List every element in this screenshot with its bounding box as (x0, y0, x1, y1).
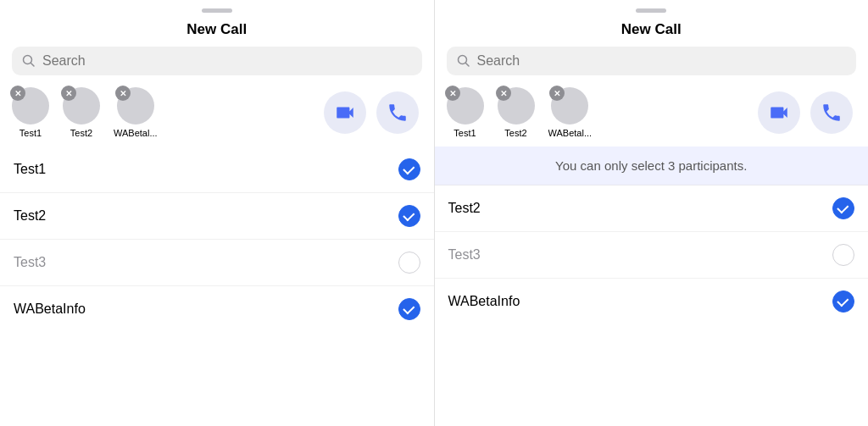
chip-avatar: ✕ (12, 87, 49, 124)
chip-avatar: ✕ (551, 87, 588, 124)
contact-name: Test1 (14, 162, 398, 177)
contact-name: Test2 (448, 201, 833, 216)
contact-chip[interactable]: ✕ Test1 (447, 87, 484, 138)
chip-remove-btn[interactable]: ✕ (496, 86, 511, 101)
chip-avatar: ✕ (63, 87, 100, 124)
audio-call-button[interactable] (376, 91, 419, 134)
selected-contacts-row: ✕ Test1 ✕ Test2 ✕ WABetal... (435, 84, 869, 145)
call-buttons-group (758, 91, 856, 134)
contact-name: WABetaInfo (448, 294, 833, 309)
panel-left: New Call ✕ Test1 ✕ Test2 ✕ WABetal... Te… (0, 0, 434, 426)
svg-line-3 (465, 64, 469, 67)
chip-label: Test2 (504, 128, 526, 138)
check-checked[interactable] (398, 298, 420, 320)
search-input[interactable] (42, 53, 412, 69)
chip-label: Test1 (19, 128, 42, 138)
video-icon (768, 102, 790, 124)
contact-list: Test1Test2Test3WABetaInfo (0, 147, 434, 426)
chip-label: WABetal... (548, 128, 593, 138)
contact-chip[interactable]: ✕ WABetal... (114, 87, 158, 138)
panel-title: New Call (435, 18, 869, 47)
check-checked[interactable] (398, 158, 420, 180)
contact-chip[interactable]: ✕ WABetal... (548, 87, 593, 138)
chip-remove-btn[interactable]: ✕ (549, 86, 565, 101)
drag-handle (636, 8, 666, 13)
contact-name: Test3 (14, 255, 398, 270)
contact-name: Test3 (448, 247, 833, 263)
panel-right: New Call ✕ Test1 ✕ Test2 ✕ WABetal... Yo… (434, 0, 869, 426)
chip-label: WABetal... (114, 128, 158, 138)
chip-remove-btn[interactable]: ✕ (445, 86, 460, 101)
panel-title: New Call (0, 18, 434, 47)
call-buttons-group (324, 91, 422, 134)
search-icon (457, 54, 470, 68)
chip-label: Test2 (70, 128, 92, 138)
chip-label: Test1 (453, 128, 476, 138)
contact-item[interactable]: Test1 (0, 147, 434, 193)
contact-name: WABetaInfo (14, 302, 398, 317)
contact-chip[interactable]: ✕ Test2 (63, 87, 100, 138)
search-input[interactable] (477, 53, 847, 69)
contact-item[interactable]: WABetaInfo (435, 279, 869, 324)
chip-remove-btn[interactable]: ✕ (61, 86, 76, 101)
drag-handle (202, 8, 232, 13)
contact-item[interactable]: Test3 (435, 232, 869, 279)
contact-item[interactable]: WABetaInfo (0, 286, 434, 332)
selected-contacts-row: ✕ Test1 ✕ Test2 ✕ WABetal... (0, 84, 434, 145)
audio-call-button[interactable] (810, 91, 853, 134)
phone-icon (821, 102, 843, 124)
contact-name: Test2 (14, 208, 398, 224)
contact-item[interactable]: Test3 (0, 240, 434, 286)
contact-item[interactable]: Test2 (0, 193, 434, 240)
search-icon (22, 54, 36, 68)
video-call-button[interactable] (324, 91, 366, 134)
check-unchecked[interactable] (832, 244, 854, 266)
limit-banner: You can only select 3 participants. (435, 147, 869, 185)
check-checked[interactable] (832, 290, 854, 313)
search-bar[interactable] (12, 47, 422, 75)
phone-icon (387, 102, 409, 124)
contact-item[interactable]: Test2 (435, 185, 869, 232)
search-bar[interactable] (447, 47, 857, 75)
check-checked[interactable] (832, 197, 854, 219)
check-unchecked[interactable] (398, 252, 420, 274)
video-icon (334, 102, 356, 124)
contact-chip[interactable]: ✕ Test1 (12, 87, 49, 138)
chip-remove-btn[interactable]: ✕ (10, 86, 25, 101)
contact-list: You can only select 3 participants.Test2… (435, 147, 869, 426)
check-checked[interactable] (398, 205, 420, 227)
chip-remove-btn[interactable]: ✕ (115, 86, 131, 101)
panels-wrapper: New Call ✕ Test1 ✕ Test2 ✕ WABetal... Te… (0, 0, 868, 426)
svg-line-1 (31, 64, 35, 67)
video-call-button[interactable] (758, 91, 800, 134)
contact-chip[interactable]: ✕ Test2 (498, 87, 535, 138)
chip-avatar: ✕ (498, 87, 535, 124)
chip-avatar: ✕ (117, 87, 154, 124)
chip-avatar: ✕ (447, 87, 484, 124)
